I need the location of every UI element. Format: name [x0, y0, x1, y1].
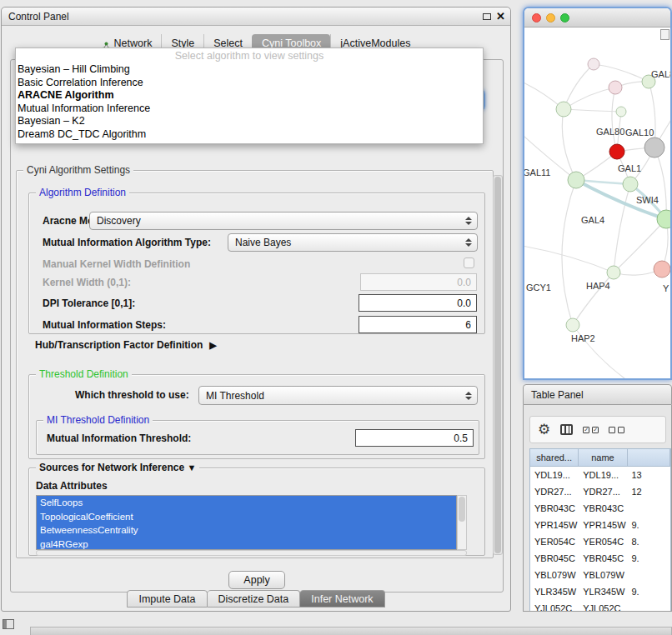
network-node[interactable]	[556, 102, 571, 117]
network-node[interactable]	[607, 266, 620, 279]
network-edge[interactable]	[562, 109, 576, 180]
sources-group: Sources for Network Inference ▼ Data Att…	[28, 468, 485, 556]
network-node[interactable]	[654, 261, 670, 278]
scrollbar-thumb[interactable]	[494, 177, 501, 553]
column-header-name[interactable]: name	[579, 449, 627, 466]
attribute-item-topologicalcoefficient[interactable]: TopologicalCoefficient	[37, 510, 456, 524]
table-cell: YBL079W	[579, 567, 627, 583]
list-vertical-scrollbar[interactable]	[457, 495, 467, 550]
network-edge[interactable]	[564, 64, 594, 109]
table-cell: 12	[628, 483, 670, 500]
which-threshold-select[interactable]: MI Threshold	[198, 386, 478, 405]
attribute-item-gal4rgexp[interactable]: gal4RGexp	[37, 538, 456, 551]
close-icon[interactable]: ✕	[496, 10, 505, 22]
chevron-right-icon: ▶	[209, 340, 216, 351]
table-cell: YBR043C	[530, 500, 579, 517]
apply-button[interactable]: Apply	[228, 571, 285, 589]
which-threshold-label: Which threshold to use:	[75, 386, 189, 404]
bottom-tab-discretize-data[interactable]: Discretize Data	[208, 590, 301, 608]
float-window-icon[interactable]	[483, 13, 491, 20]
table-cell: YBR045C	[530, 550, 579, 567]
data-attributes-list[interactable]: SelfLoopsTopologicalCoefficientBetweenne…	[36, 495, 457, 550]
table-row[interactable]: YDL19...YDL19...13	[530, 467, 670, 483]
sources-title: Sources for Network Inference	[39, 462, 184, 473]
restore-panel-icon[interactable]	[3, 619, 14, 629]
select-all-columns-icon[interactable]: ✓✓	[583, 427, 599, 433]
aracne-mode-select[interactable]: Discovery	[89, 212, 478, 230]
scrollbar-thumb[interactable]	[459, 497, 465, 522]
table-row[interactable]: YBR043CYBR043C	[530, 500, 670, 517]
network-edge[interactable]	[524, 244, 614, 272]
algorithm-option-mutual-information-inference[interactable]: Mutual Information Inference	[16, 102, 483, 116]
network-edge[interactable]	[612, 88, 617, 152]
bottom-panel-edge	[30, 627, 672, 635]
data-attributes-label: Data Attributes	[36, 477, 108, 495]
column-header-hidden[interactable]	[628, 449, 670, 466]
kernel-width-field[interactable]: 0.0	[360, 273, 477, 291]
table-row[interactable]: YLR345WYLR345W9.	[530, 583, 670, 600]
network-node[interactable]	[609, 144, 624, 159]
network-node[interactable]	[588, 58, 599, 70]
network-node[interactable]	[609, 81, 622, 94]
node-label-hap4: HAP4	[586, 281, 610, 291]
node-label-gal10: GAL10	[625, 128, 654, 138]
table-row[interactable]: YPR145WYPR145W9.	[530, 517, 670, 533]
table-row[interactable]: YJL052CYJL052C	[530, 600, 670, 612]
bottom-tab-infer-network[interactable]: Infer Network	[300, 590, 384, 608]
table-cell: YJL052C	[579, 600, 627, 612]
network-node[interactable]	[616, 107, 626, 117]
network-edge[interactable]	[562, 180, 576, 325]
node-label-gal1: GAL1	[618, 163, 641, 173]
list-horizontal-scrollbar[interactable]	[36, 550, 467, 556]
group-title: Threshold Definition	[36, 368, 132, 380]
algorithm-option-aracne-algorithm[interactable]: ARACNE Algorithm	[16, 89, 483, 102]
table-cell	[628, 600, 670, 612]
attribute-item-betweennesscentrality[interactable]: BetweennessCentrality	[37, 523, 456, 538]
network-node[interactable]	[623, 177, 638, 192]
network-node[interactable]	[566, 318, 579, 332]
network-edge[interactable]	[594, 64, 649, 82]
algorithm-option-bayesian-hill-climbing[interactable]: Bayesian – Hill Climbing	[16, 63, 483, 77]
network-view-titlebar[interactable]	[524, 8, 670, 28]
mi-type-select[interactable]: Naive Bayes	[228, 233, 478, 252]
zoom-traffic-light[interactable]	[560, 13, 569, 22]
column-header-shared[interactable]: shared...	[530, 449, 579, 466]
table-row[interactable]: YBR045CYBR045C9.	[530, 550, 670, 567]
algorithm-option-bayesian-k2[interactable]: Bayesian – K2	[16, 115, 483, 128]
sources-expander[interactable]: Sources for Network Inference ▼	[36, 462, 199, 473]
table-cell: YBL079W	[530, 567, 579, 583]
birdseye-corner-button[interactable]	[660, 29, 669, 40]
network-edge[interactable]	[564, 88, 615, 109]
attribute-item-selfloops[interactable]: SelfLoops	[37, 496, 456, 510]
node-table: shared...name YDL19...YDL19...13YDR27...…	[529, 448, 671, 612]
network-node[interactable]	[568, 172, 584, 188]
dpi-tolerance-field[interactable]: 0.0	[359, 294, 477, 312]
close-traffic-light[interactable]	[532, 13, 541, 22]
network-node[interactable]	[644, 138, 664, 158]
table-cell: YBR043C	[579, 500, 627, 517]
mi-steps-field[interactable]: 6	[359, 316, 477, 333]
table-row[interactable]: YER054CYER054C8.	[530, 533, 670, 550]
table-cell: YER054C	[579, 533, 627, 550]
deselect-all-columns-icon[interactable]	[609, 427, 624, 433]
table-row[interactable]: YBL079WYBL079W	[530, 567, 670, 583]
node-label-gal80: GAL80	[596, 127, 624, 137]
manual-kernel-checkbox[interactable]	[464, 258, 474, 268]
network-canvas[interactable]: GAL80GAL10GAL11GAL1SWI4GAL4GCY1HAP4YHAP2…	[524, 28, 670, 378]
table-cell: 13	[628, 467, 670, 483]
bottom-tab-impute-data[interactable]: Impute Data	[127, 590, 207, 608]
settings-vertical-scrollbar[interactable]	[493, 175, 503, 555]
network-node[interactable]	[657, 210, 670, 228]
aracne-mode-value: Discovery	[97, 215, 141, 227]
columns-icon[interactable]	[560, 424, 573, 435]
minimize-traffic-light[interactable]	[546, 13, 555, 22]
table-row[interactable]: YDR27...YDR27...12	[530, 483, 670, 500]
algorithm-option-basic-correlation-inference[interactable]: Basic Correlation Inference	[16, 77, 483, 90]
gear-icon[interactable]: ⚙	[538, 422, 550, 437]
manual-kernel-label: Manual Kernel Width Definition	[43, 255, 190, 273]
algorithm-option-dream8-dc-tdc-algorithm[interactable]: Dream8 DC_TDC Algorithm	[16, 128, 483, 142]
mi-threshold-field[interactable]: 0.5	[355, 429, 474, 447]
table-panel-titlebar[interactable]: Table Panel	[523, 384, 672, 405]
hub-definition-expander[interactable]: Hub/Transcription Factor Definition ▶	[35, 339, 217, 351]
mi-steps-label: Mutual Information Steps:	[43, 316, 166, 334]
